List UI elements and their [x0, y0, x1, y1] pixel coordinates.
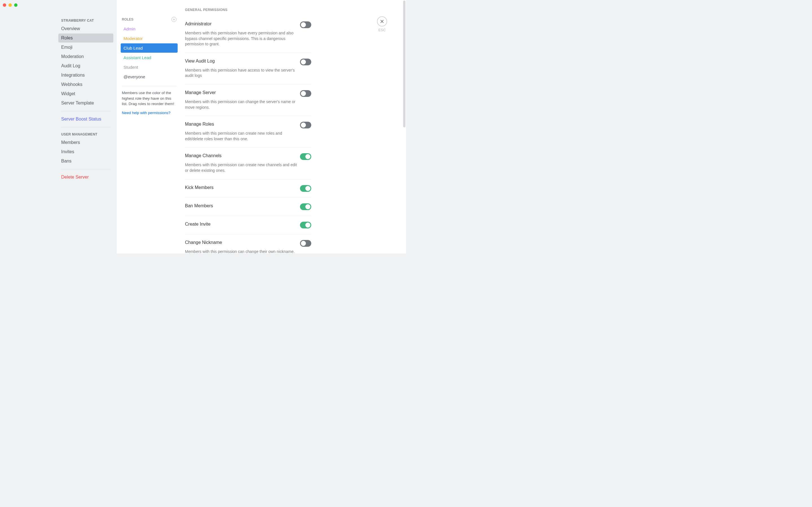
permission-row: Create Invite	[185, 216, 311, 234]
permission-title-row: Manage Channels	[185, 153, 311, 160]
role-label: Assistant Lead	[123, 55, 151, 60]
role-label: Club Lead	[123, 46, 143, 50]
permission-title-row: Change Nickname	[185, 240, 311, 247]
close-esc-label: ESC	[375, 28, 389, 32]
permission-description: Members with this permission have access…	[185, 68, 311, 78]
permission-description: Members with this permission have every …	[185, 31, 311, 47]
roles-list-panel: Roles + AdminModeratorClub LeadAssistant…	[117, 0, 182, 253]
toggle-knob	[301, 91, 306, 96]
maximize-window-icon[interactable]	[14, 3, 17, 7]
permission-row: Manage RolesMembers with this permission…	[185, 116, 311, 148]
role-label: @everyone	[123, 74, 145, 79]
permissions-panel: General Permissions AdministratorMembers…	[182, 0, 406, 253]
permission-toggle[interactable]	[300, 122, 311, 128]
role-item[interactable]: @everyone	[121, 72, 177, 81]
settings-sidebar: Strawberry Cat Overview Roles Emoji Mode…	[0, 0, 117, 253]
role-item[interactable]: Moderator	[121, 34, 177, 43]
sidebar-item-boost-status[interactable]: Server Boost Status	[58, 115, 113, 124]
permissions-help-link[interactable]: Need help with permissions?	[121, 107, 177, 115]
toggle-knob	[305, 204, 310, 209]
permission-row: Manage ChannelsMembers with this permiss…	[185, 148, 311, 179]
permission-toggle[interactable]	[300, 153, 311, 160]
sidebar-item-emoji[interactable]: Emoji	[58, 43, 113, 52]
window-traffic-lights	[3, 3, 17, 7]
permission-toggle[interactable]	[300, 203, 311, 210]
toggle-knob	[305, 186, 310, 191]
roles-header: Roles	[122, 17, 133, 21]
permission-title: Manage Server	[185, 90, 216, 95]
permission-title: Administrator	[185, 21, 211, 26]
permission-title: Ban Members	[185, 203, 213, 209]
permission-row: Change NicknameMembers with this permiss…	[185, 234, 311, 253]
toggle-knob	[305, 223, 310, 228]
sidebar-item-audit-log[interactable]: Audit Log	[58, 61, 113, 70]
permission-title: Kick Members	[185, 185, 213, 190]
permission-row: View Audit LogMembers with this permissi…	[185, 53, 311, 84]
sidebar-item-members[interactable]: Members	[58, 138, 113, 147]
permission-title: Manage Channels	[185, 153, 221, 158]
roles-divider	[122, 86, 176, 86]
sidebar-divider	[61, 111, 110, 111]
toggle-knob	[301, 22, 306, 27]
sidebar-item-delete-server[interactable]: Delete Server	[58, 173, 113, 182]
plus-icon: +	[173, 17, 175, 21]
permission-description: Members with this permission can change …	[185, 249, 311, 253]
role-label: Admin	[123, 26, 136, 31]
roles-help-text: Members use the color of the highest rol…	[121, 90, 177, 107]
permission-title: View Audit Log	[185, 59, 215, 64]
sidebar-divider	[61, 169, 110, 169]
add-role-button[interactable]: +	[171, 17, 176, 22]
toggle-knob	[305, 154, 310, 159]
sidebar-item-moderation[interactable]: Moderation	[58, 52, 113, 61]
sidebar-divider	[61, 127, 110, 127]
permission-toggle[interactable]	[300, 59, 311, 65]
role-label: Moderator	[123, 36, 143, 41]
server-name-header: Strawberry Cat	[58, 17, 113, 24]
permission-title: Change Nickname	[185, 240, 222, 245]
permission-row: Manage ServerMembers with this permissio…	[185, 84, 311, 116]
permission-title-row: Administrator	[185, 21, 311, 28]
sidebar-item-widget[interactable]: Widget	[58, 89, 113, 98]
role-item[interactable]: Student	[121, 62, 177, 72]
toggle-knob	[301, 122, 306, 128]
permission-title-row: Kick Members	[185, 185, 311, 192]
permission-title: Manage Roles	[185, 122, 214, 127]
close-settings-area: ESC	[375, 16, 389, 32]
permission-title-row: Create Invite	[185, 222, 311, 228]
permission-toggle[interactable]	[300, 21, 311, 28]
sidebar-item-integrations[interactable]: Integrations	[58, 71, 113, 80]
permission-toggle[interactable]	[300, 90, 311, 97]
scrollbar-thumb[interactable]	[403, 1, 405, 127]
close-settings-button[interactable]	[377, 16, 387, 26]
sidebar-item-overview[interactable]: Overview	[58, 24, 113, 33]
role-label: Student	[123, 65, 138, 69]
permission-toggle[interactable]	[300, 240, 311, 247]
role-item[interactable]: Admin	[121, 24, 177, 34]
scrollbar[interactable]	[403, 1, 405, 253]
close-icon	[380, 19, 384, 24]
permission-description: Members with this permission can create …	[185, 162, 311, 173]
permission-title-row: View Audit Log	[185, 59, 311, 65]
toggle-knob	[301, 59, 306, 64]
permission-description: Members with this permission can change …	[185, 99, 311, 110]
sidebar-item-server-template[interactable]: Server Template	[58, 99, 113, 108]
close-window-icon[interactable]	[3, 3, 6, 7]
sidebar-item-bans[interactable]: Bans	[58, 157, 113, 166]
sidebar-item-webhooks[interactable]: Webhooks	[58, 80, 113, 89]
permission-title: Create Invite	[185, 222, 211, 227]
toggle-knob	[301, 241, 306, 246]
sidebar-item-invites[interactable]: Invites	[58, 147, 113, 156]
permission-title-row: Ban Members	[185, 203, 311, 210]
permission-row: Ban Members	[185, 198, 311, 216]
minimize-window-icon[interactable]	[8, 3, 12, 7]
permission-title-row: Manage Server	[185, 90, 311, 97]
permission-row: AdministratorMembers with this permissio…	[185, 16, 311, 53]
permission-description: Members with this permission can create …	[185, 131, 311, 142]
general-permissions-header: General Permissions	[185, 8, 311, 16]
role-item[interactable]: Club Lead	[121, 43, 177, 53]
permission-toggle[interactable]	[300, 185, 311, 192]
sidebar-item-roles[interactable]: Roles	[58, 34, 113, 43]
permission-toggle[interactable]	[300, 222, 311, 228]
permission-title-row: Manage Roles	[185, 122, 311, 128]
role-item[interactable]: Assistant Lead	[121, 53, 177, 62]
